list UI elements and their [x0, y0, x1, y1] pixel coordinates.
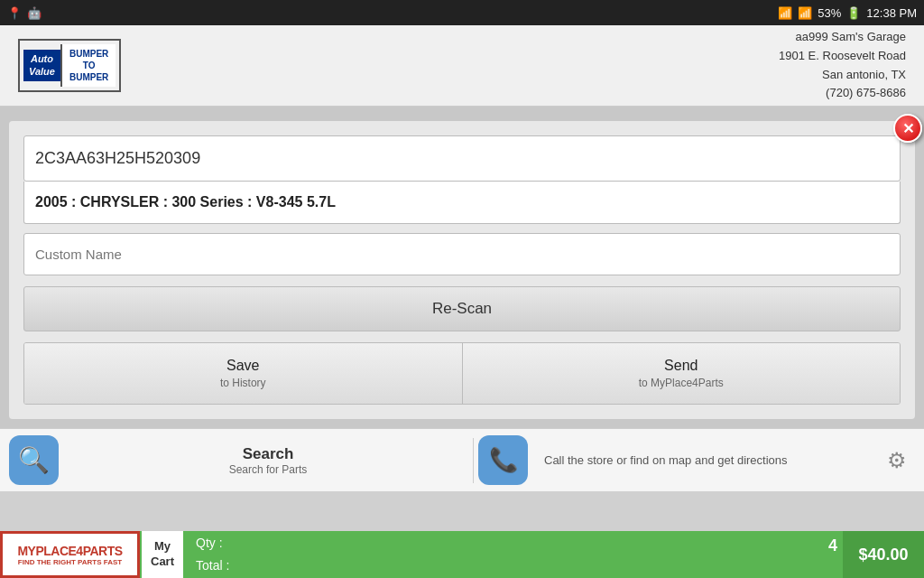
myplace-logo-top: MYPLACE4PARTS — [17, 544, 122, 558]
shop-name: aa999 Sam's Garage — [779, 28, 906, 47]
bottom-bar: 🔍 Search Search for Parts 📞 Call the sto… — [0, 428, 924, 491]
save-sub-label: to History — [33, 376, 453, 391]
total-label: Total : — [196, 558, 229, 573]
rescan-button[interactable]: Re-Scan — [23, 286, 901, 331]
qty-label: Qty : — [196, 536, 223, 550]
status-bar-right: 📶 📶 53% 🔋 12:38 PM — [778, 6, 917, 20]
cart-total-price: $40.00 — [843, 531, 924, 578]
battery-text: 53% — [818, 6, 841, 20]
dialog-box: ✕ 2C3AA63H25H520309 2005 : CHRYSLER : 30… — [9, 121, 915, 419]
total-line: Total : — [196, 555, 830, 577]
shop-address: 1901 E. Roosevelt Road — [779, 47, 906, 66]
myplace4parts-logo: MYPLACE4PARTS FIND THE RIGHT PARTS FAST — [0, 531, 140, 578]
call-text: Call the store or find on map and get di… — [544, 453, 788, 467]
save-label: Save — [226, 358, 259, 373]
footer-bar: MYPLACE4PARTS FIND THE RIGHT PARTS FAST … — [0, 531, 924, 578]
shop-phone: (720) 675-8686 — [779, 84, 906, 103]
send-label: Send — [664, 358, 698, 373]
logo-container: Auto Value BUMPER TO BUMPER — [18, 39, 121, 92]
vin-display: 2C3AA63H25H520309 — [23, 135, 901, 182]
location-icon: 📍 — [7, 6, 22, 20]
gear-icon: ⚙ — [887, 448, 907, 473]
vehicle-info: 2005 : CHRYSLER : 300 Series : V8-345 5.… — [23, 182, 901, 224]
auto-value-logo: Auto Value — [23, 50, 60, 80]
signal-icon: 📶 — [798, 6, 812, 20]
qty-line: Qty : — [196, 532, 830, 555]
shop-info: aa999 Sam's Garage 1901 E. Roosevelt Roa… — [779, 28, 906, 103]
status-bar: 📍 🤖 📶 📶 53% 🔋 12:38 PM — [0, 0, 924, 25]
search-icon-container[interactable]: 🔍 — [9, 435, 59, 485]
status-bar-left: 📍 🤖 — [7, 6, 42, 20]
clock: 12:38 PM — [866, 6, 917, 20]
search-icon: 🔍 — [18, 445, 50, 475]
call-section[interactable]: 📞 Call the store or find on map and get … — [478, 435, 879, 485]
send-sub-label: to MyPlace4Parts — [472, 376, 892, 391]
cart-count: 4 — [828, 536, 837, 555]
myplace-logo-bottom: FIND THE RIGHT PARTS FAST — [18, 558, 122, 566]
my-cart-label[interactable]: MyCart — [142, 531, 183, 578]
wifi-icon: 📶 — [778, 6, 792, 20]
custom-name-input[interactable] — [23, 233, 901, 275]
send-to-myplace-button[interactable]: Send to MyPlace4Parts — [463, 343, 901, 404]
search-text-area[interactable]: Search Search for Parts — [68, 445, 468, 476]
battery-icon: 🔋 — [846, 6, 861, 20]
cart-details: Qty : Total : — [183, 532, 843, 577]
save-to-history-button[interactable]: Save to History — [24, 343, 463, 404]
call-icon: 📞 — [489, 446, 518, 474]
main-content: ✕ 2C3AA63H25H520309 2005 : CHRYSLER : 30… — [0, 107, 924, 428]
close-button[interactable]: ✕ — [893, 114, 922, 143]
action-buttons: Save to History Send to MyPlace4Parts — [23, 342, 901, 405]
call-icon-container[interactable]: 📞 — [478, 435, 528, 485]
search-main-label: Search — [68, 445, 468, 463]
android-icon: 🤖 — [27, 6, 42, 20]
search-sub-label: Search for Parts — [68, 463, 468, 476]
app-header: Auto Value BUMPER TO BUMPER aa999 Sam's … — [0, 25, 924, 107]
bumper-logo: BUMPER TO BUMPER — [60, 44, 116, 87]
shop-city: San antonio, TX — [779, 66, 906, 85]
bottom-divider — [473, 438, 474, 483]
gear-area[interactable]: ⚙ — [879, 448, 915, 473]
